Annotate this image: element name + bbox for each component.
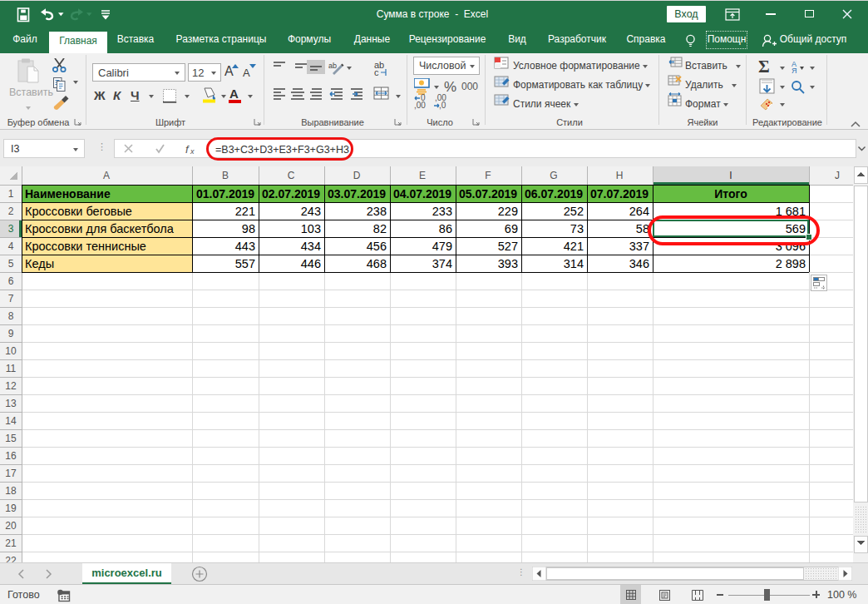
- svg-text:3 096: 3 096: [776, 240, 806, 253]
- svg-text:01.07.2019: 01.07.2019: [196, 187, 254, 201]
- svg-text:264: 264: [629, 205, 649, 218]
- svg-text:c: c: [374, 67, 379, 77]
- svg-text:229: 229: [498, 205, 518, 218]
- svg-text:02.07.2019: 02.07.2019: [262, 187, 320, 201]
- svg-text:05.07.2019: 05.07.2019: [459, 187, 517, 201]
- svg-text:ab: ab: [328, 62, 337, 70]
- svg-text:,0: ,0: [439, 101, 446, 110]
- svg-text:557: 557: [235, 257, 255, 270]
- svg-text:Наименование: Наименование: [25, 187, 111, 201]
- svg-text:103: 103: [301, 222, 321, 235]
- svg-text:D: D: [353, 170, 361, 181]
- svg-text:Кроссовки для баскетбола: Кроссовки для баскетбола: [25, 222, 175, 235]
- svg-text:434: 434: [301, 240, 321, 253]
- svg-text:69: 69: [505, 222, 518, 235]
- svg-text:374: 374: [432, 257, 452, 270]
- svg-text:x: x: [190, 147, 195, 155]
- svg-text:443: 443: [235, 240, 255, 253]
- svg-text:337: 337: [629, 240, 649, 253]
- svg-text:J: J: [835, 170, 840, 181]
- svg-text:E: E: [419, 170, 426, 181]
- svg-text:Кроссовки беговые: Кроссовки беговые: [25, 205, 132, 218]
- svg-text:13: 13: [5, 398, 17, 409]
- svg-text:G: G: [550, 170, 557, 181]
- svg-text:F: F: [485, 170, 491, 181]
- svg-text:04.07.2019: 04.07.2019: [393, 187, 451, 201]
- svg-text:H: H: [616, 170, 624, 181]
- svg-text:18: 18: [5, 485, 17, 497]
- svg-text:11: 11: [6, 363, 17, 374]
- svg-text:233: 233: [432, 205, 452, 218]
- svg-text:Я: Я: [792, 67, 797, 73]
- svg-text:5: 5: [8, 258, 14, 270]
- svg-text:06.07.2019: 06.07.2019: [525, 187, 583, 201]
- svg-text:Итого: Итого: [714, 187, 747, 201]
- svg-text:Кроссовки теннисные: Кроссовки теннисные: [25, 240, 146, 253]
- svg-text:Кеды: Кеды: [25, 257, 54, 270]
- svg-text:221: 221: [235, 205, 255, 218]
- svg-text:238: 238: [367, 205, 387, 218]
- svg-text:527: 527: [498, 240, 518, 253]
- svg-text:456: 456: [367, 240, 387, 253]
- svg-text:446: 446: [301, 257, 321, 270]
- svg-text:1: 1: [8, 188, 14, 200]
- svg-text:82: 82: [373, 222, 387, 235]
- svg-text:22: 22: [5, 555, 17, 562]
- svg-text:73: 73: [570, 222, 584, 235]
- svg-text:243: 243: [301, 205, 321, 218]
- svg-text:07.07.2019: 07.07.2019: [590, 187, 649, 201]
- svg-text:21: 21: [5, 537, 17, 549]
- svg-text:2: 2: [8, 205, 14, 217]
- svg-text:346: 346: [629, 257, 649, 270]
- svg-text:C: C: [288, 170, 295, 181]
- svg-text:9: 9: [8, 328, 14, 339]
- svg-text:6: 6: [8, 275, 14, 287]
- svg-text:15: 15: [5, 433, 17, 444]
- svg-text:17: 17: [5, 468, 17, 479]
- svg-text:19: 19: [5, 503, 17, 514]
- svg-text:03.07.2019: 03.07.2019: [328, 187, 386, 201]
- svg-text:000: 000: [461, 81, 478, 92]
- svg-text:A: A: [103, 170, 110, 181]
- svg-text:I: I: [729, 170, 732, 181]
- svg-text:f: f: [185, 143, 190, 155]
- svg-text:7: 7: [8, 293, 14, 304]
- svg-text:569: 569: [786, 222, 806, 235]
- svg-text:98: 98: [242, 222, 255, 235]
- svg-text:86: 86: [439, 222, 452, 235]
- svg-text:B: B: [222, 170, 229, 181]
- svg-text:393: 393: [498, 257, 518, 270]
- svg-text:58: 58: [636, 222, 649, 235]
- svg-text:4: 4: [8, 240, 14, 252]
- svg-text:10: 10: [5, 345, 17, 357]
- svg-text:421: 421: [564, 240, 584, 253]
- svg-text:14: 14: [5, 415, 17, 427]
- svg-text:8: 8: [8, 310, 14, 322]
- svg-text:3: 3: [8, 223, 14, 235]
- svg-text:20: 20: [5, 520, 17, 532]
- svg-text:252: 252: [564, 205, 584, 218]
- svg-text:468: 468: [367, 257, 387, 270]
- svg-text:16: 16: [5, 450, 17, 462]
- svg-text:12: 12: [5, 380, 17, 392]
- svg-text:314: 314: [564, 257, 584, 270]
- svg-text:,00: ,00: [414, 101, 426, 110]
- svg-text:479: 479: [432, 240, 452, 253]
- svg-text:2 898: 2 898: [776, 257, 806, 270]
